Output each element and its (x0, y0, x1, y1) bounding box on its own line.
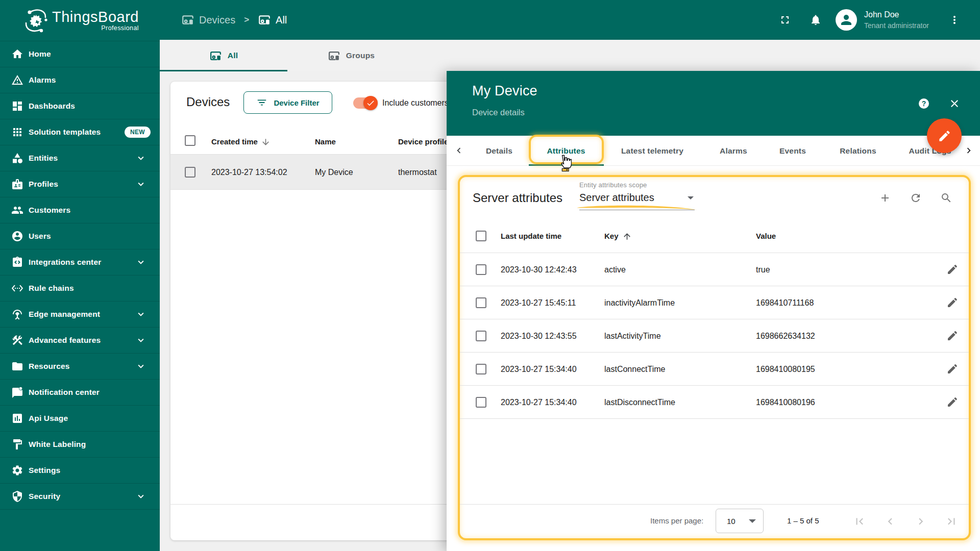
fullscreen-button[interactable] (779, 14, 791, 26)
resources-icon (11, 360, 23, 372)
sidebar-item-dashboards[interactable]: Dashboards (0, 93, 160, 119)
select-all-checkbox[interactable] (185, 135, 195, 146)
edit-attribute-button[interactable] (946, 396, 959, 408)
tab-all[interactable]: All (160, 40, 287, 71)
sidebar-item-api-usage[interactable]: Api Usage (0, 405, 160, 431)
refresh-button[interactable] (910, 192, 922, 204)
sort-desc-icon (261, 137, 271, 147)
edit-attribute-button[interactable] (946, 263, 959, 276)
chevron-down-icon (135, 257, 146, 268)
device-filter-label: Device Filter (274, 98, 319, 107)
breadcrumb-devices[interactable]: Devices (181, 13, 235, 27)
scope-select-underline (579, 210, 695, 210)
user-info[interactable]: John Doe Tenant administrator (864, 9, 937, 31)
cell-device-profile: thermostat (398, 155, 437, 190)
user-avatar[interactable] (836, 9, 857, 31)
breadcrumb-label: Devices (199, 14, 235, 26)
row-checkbox[interactable] (476, 297, 486, 308)
notifications-bell-button[interactable] (810, 14, 822, 26)
tabs-scroll-left-button[interactable] (453, 145, 464, 156)
tab-groups[interactable]: Groups (287, 40, 415, 71)
items-per-page-value: 10 (727, 517, 749, 525)
sidebar-item-integrations-center[interactable]: Integrations center (0, 249, 160, 275)
sidebar-item-label: Users (29, 232, 51, 241)
tab-label: Groups (346, 51, 375, 60)
sidebar-item-label: Resources (29, 362, 70, 371)
attributes-title: Server attributes (473, 191, 562, 205)
sidebar-item-entities[interactable]: Entities (0, 145, 160, 171)
breadcrumb-all[interactable]: All (258, 13, 287, 27)
drawer-tab-details[interactable]: Details (486, 136, 512, 166)
first-page-button[interactable] (853, 515, 866, 528)
last-page-button[interactable] (945, 515, 958, 528)
sidebar-item-settings[interactable]: Settings (0, 457, 160, 483)
column-value[interactable]: Value (756, 230, 776, 242)
close-drawer-button[interactable] (948, 97, 961, 110)
solution-templates-icon (11, 126, 23, 138)
attribute-row[interactable]: 2023-10-27 15:34:40 lastConnectTime 1698… (460, 353, 969, 386)
tabs-scroll-right-button[interactable] (963, 145, 974, 156)
sidebar-item-profiles[interactable]: Profiles (0, 171, 160, 197)
more-menu-button[interactable] (948, 14, 961, 26)
drawer-tab-relations[interactable]: Relations (840, 136, 876, 166)
row-checkbox[interactable] (476, 397, 486, 408)
breadcrumb-separator: > (244, 15, 249, 25)
sidebar-item-rule-chains[interactable]: Rule chains (0, 275, 160, 301)
drawer-tab-latest-telemetry[interactable]: Latest telemetry (621, 136, 683, 166)
integrations-icon (11, 256, 23, 268)
sidebar-item-alarms[interactable]: Alarms (0, 67, 160, 93)
thingsboard-logo[interactable]: ThingsBoard Professional (0, 0, 160, 41)
attribute-row[interactable]: 2023-10-30 12:43:55 lastActivityTime 169… (460, 319, 969, 353)
column-created-time[interactable]: Created time (211, 135, 271, 149)
row-checkbox[interactable] (185, 167, 195, 178)
sidebar-item-solution-templates[interactable]: Solution templates NEW (0, 119, 160, 145)
column-last-update-time[interactable]: Last update time (501, 230, 561, 242)
drawer-title: My Device (472, 83, 537, 99)
edit-device-fab[interactable] (927, 118, 962, 153)
drawer-tab-alarms[interactable]: Alarms (720, 136, 747, 166)
edit-attribute-button[interactable] (946, 363, 959, 375)
row-checkbox[interactable] (476, 264, 486, 275)
search-icon[interactable] (940, 192, 952, 204)
items-per-page-select[interactable]: 10 (716, 509, 764, 533)
customers-icon (11, 204, 23, 216)
row-checkbox[interactable] (476, 331, 486, 341)
column-key[interactable]: Key (604, 230, 632, 242)
users-icon (11, 230, 23, 242)
sidebar-item-label: Advanced features (29, 336, 101, 345)
scope-select-value: Server attributes (579, 192, 688, 204)
attributes-toolbar: Server attributes Entity attributes scop… (460, 177, 969, 221)
attributes-scope-select[interactable]: Entity attributes scope Server attribute… (579, 181, 695, 204)
attribute-row[interactable]: 2023-10-30 12:42:43 active true (460, 253, 969, 286)
sidebar-item-customers[interactable]: Customers (0, 197, 160, 223)
sidebar-item-label: Integrations center (29, 258, 101, 267)
sidebar-item-advanced-features[interactable]: Advanced features (0, 327, 160, 353)
next-page-button[interactable] (914, 515, 927, 528)
device-filter-button[interactable]: Device Filter (243, 91, 332, 114)
chevron-down-icon (135, 153, 146, 164)
user-name: John Doe (864, 9, 937, 20)
edit-attribute-button[interactable] (946, 330, 959, 342)
brand-edition: Professional (52, 24, 139, 32)
select-all-checkbox[interactable] (476, 231, 486, 241)
help-button[interactable]: ? (918, 97, 930, 110)
attribute-row[interactable]: 2023-10-27 15:34:40 lastDisconnectTime 1… (460, 386, 969, 419)
previous-page-button[interactable] (884, 515, 897, 528)
column-device-profile[interactable]: Device profile (398, 135, 448, 149)
drawer-tab-events[interactable]: Events (779, 136, 806, 166)
sidebar-item-security[interactable]: Security (0, 483, 160, 509)
sidebar-item-resources[interactable]: Resources (0, 353, 160, 379)
edit-attribute-button[interactable] (946, 296, 959, 309)
attributes-rows: 2023-10-30 12:42:43 active true 2023-10-… (460, 253, 969, 419)
sidebar-item-white-labeling[interactable]: White Labeling (0, 431, 160, 457)
cell-value: 1698410080196 (756, 386, 815, 419)
add-attribute-button[interactable] (879, 192, 891, 204)
column-name[interactable]: Name (315, 135, 336, 149)
sidebar-item-home[interactable]: Home (0, 41, 160, 67)
sidebar-item-edge-management[interactable]: Edge management (0, 301, 160, 327)
sidebar-item-users[interactable]: Users (0, 223, 160, 249)
sidebar-item-notification-center[interactable]: Notification center (0, 379, 160, 405)
cell-key: lastActivityTime (604, 319, 661, 353)
attribute-row[interactable]: 2023-10-27 15:45:11 inactivityAlarmTime … (460, 286, 969, 319)
row-checkbox[interactable] (476, 364, 486, 374)
